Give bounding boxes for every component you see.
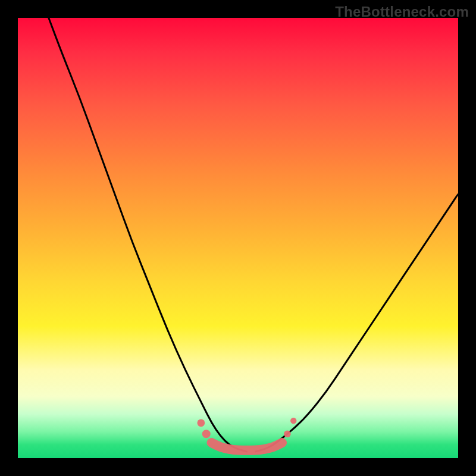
band-blob bbox=[284, 431, 291, 438]
series-left-curve bbox=[49, 18, 247, 452]
plot-area bbox=[18, 18, 458, 458]
watermark-text: TheBottleneck.com bbox=[335, 4, 469, 20]
bottom-band bbox=[212, 443, 282, 450]
series-right-curve bbox=[256, 194, 458, 452]
band-blob bbox=[202, 430, 211, 438]
band-blob bbox=[290, 418, 296, 424]
curve-layer bbox=[49, 18, 458, 452]
chart-frame: TheBottleneck.com bbox=[0, 0, 476, 476]
band-blob bbox=[197, 419, 205, 427]
chart-svg bbox=[18, 18, 458, 458]
